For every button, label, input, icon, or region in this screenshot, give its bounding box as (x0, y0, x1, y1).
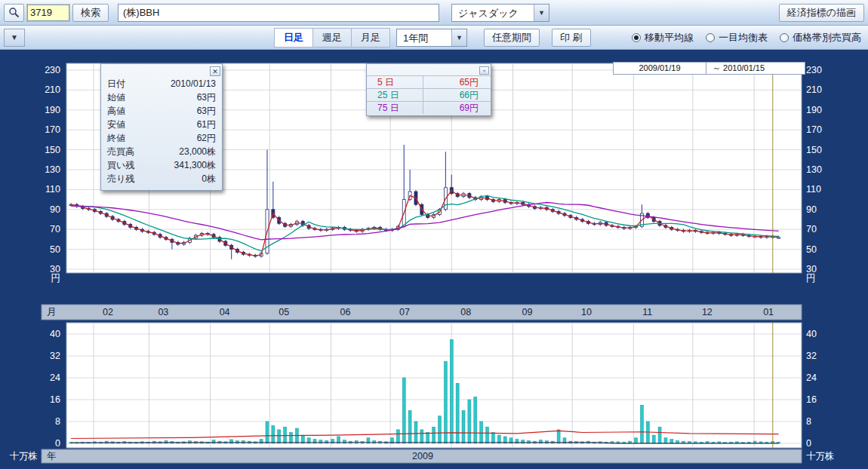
tab-weekly[interactable]: 週足 (313, 29, 352, 47)
quote-info-value: 63円 (197, 105, 216, 117)
svg-text:90: 90 (806, 204, 817, 215)
close-icon[interactable]: ✕ (210, 66, 220, 76)
quote-info-label: 安値 (107, 118, 125, 130)
date-range-from: 2009/01/19 (613, 62, 706, 75)
svg-text:09: 09 (522, 307, 533, 317)
radio-volume-by-price[interactable]: 価格帯別売買高 (780, 31, 861, 44)
quote-info-row: 終値62円 (101, 131, 222, 145)
print-button[interactable]: 印 刷 (552, 29, 591, 47)
svg-text:03: 03 (158, 307, 168, 317)
radio-dot-icon (706, 33, 715, 42)
tab-monthly[interactable]: 月足 (352, 29, 389, 47)
search-button[interactable]: 検索 (72, 4, 109, 22)
quote-info-rows: 日付2010/01/13始値63円高値63円安値61円終値62円売買高23,00… (101, 77, 222, 185)
radio-ichimoku[interactable]: 一目均衡表 (706, 31, 768, 44)
svg-text:11: 11 (642, 307, 652, 317)
svg-text:170: 170 (806, 124, 822, 135)
svg-text:01: 01 (763, 307, 774, 317)
svg-text:12: 12 (702, 307, 713, 317)
svg-text:02: 02 (103, 307, 113, 317)
svg-text:210: 210 (45, 84, 60, 95)
svg-text:10: 10 (581, 307, 592, 317)
quote-info-value: 23,000株 (179, 146, 216, 158)
svg-text:06: 06 (340, 307, 350, 317)
svg-text:8: 8 (806, 416, 811, 427)
ma-legend-row: 25 日66円 (367, 88, 491, 101)
svg-text:2009: 2009 (412, 451, 433, 461)
quote-info-value: 341,300株 (174, 159, 216, 171)
svg-text:0: 0 (55, 438, 60, 449)
radio-label: 移動平均線 (645, 31, 694, 44)
quote-info-row: 高値63円 (101, 104, 222, 118)
radio-moving-average[interactable]: 移動平均線 (632, 31, 694, 44)
search-icon-button[interactable] (4, 4, 24, 22)
ma-legend-value: 65円 (423, 76, 491, 88)
svg-text:円: 円 (51, 273, 61, 284)
period-select-value: 1年間 (397, 29, 451, 46)
svg-text:0: 0 (806, 438, 811, 449)
svg-text:70: 70 (50, 224, 60, 234)
svg-text:24: 24 (806, 372, 817, 383)
month-strip: 月020304050607080910111201 (42, 305, 802, 320)
svg-text:210: 210 (806, 84, 822, 95)
quote-info-row: 日付2010/01/13 (101, 77, 222, 90)
svg-text:50: 50 (50, 244, 60, 255)
custom-period-button[interactable]: 任意期間 (484, 29, 540, 47)
dropdown-arrow-button[interactable]: ▼ (4, 29, 25, 47)
svg-text:十万株: 十万株 (10, 451, 38, 461)
stock-code-input[interactable] (27, 5, 69, 21)
ma-legend-rows: 5 日65円25 日66円75 日69円 (367, 75, 491, 114)
period-select[interactable]: 1年間 ▼ (396, 29, 467, 47)
quote-info-label: 売買高 (107, 146, 134, 158)
minimize-icon[interactable]: ▫ (479, 66, 489, 75)
quote-info-value: 62円 (197, 132, 216, 144)
svg-text:円: 円 (806, 273, 816, 284)
svg-text:32: 32 (806, 351, 817, 361)
svg-text:16: 16 (50, 394, 60, 405)
quote-info-titlebar[interactable]: ✕ (101, 64, 222, 77)
svg-text:70: 70 (806, 224, 817, 234)
svg-text:230: 230 (806, 65, 822, 75)
quote-info-value: 63円 (197, 91, 216, 103)
quote-info-row: 買い残341,300株 (101, 158, 222, 172)
svg-text:50: 50 (806, 244, 817, 255)
ma-legend-row: 75 日69円 (367, 101, 491, 114)
quote-info-label: 始値 (107, 91, 125, 103)
stock-chart-app: 検索 ジャスダック ▼ 経済指標の描画 ▼ 日足 週足 月足 1年間 ▼ 任意期… (0, 0, 868, 466)
svg-text:8: 8 (55, 416, 60, 427)
svg-text:16: 16 (806, 394, 817, 405)
ma-legend-box[interactable]: ▫ 5 日65円25 日66円75 日69円 (366, 63, 491, 116)
toolbar-secondary: ▼ 日足 週足 月足 1年間 ▼ 任意期間 印 刷 移動平均線 一目均衡表 価格… (0, 26, 868, 50)
svg-text:32: 32 (50, 351, 60, 361)
ma-legend-period: 25 日 (367, 89, 423, 101)
ma-legend-row: 5 日65円 (367, 75, 491, 88)
market-select-value: ジャスダック (452, 5, 534, 21)
quote-info-label: 終値 (107, 132, 125, 144)
quote-info-box[interactable]: ✕ 日付2010/01/13始値63円高値63円安値61円終値62円売買高23,… (100, 63, 223, 191)
market-select-arrow-icon[interactable]: ▼ (534, 5, 549, 21)
chart-region[interactable]: 2302302102101901901701701501501301301101… (0, 50, 868, 466)
svg-text:05: 05 (279, 307, 289, 317)
ma-legend-titlebar[interactable]: ▫ (367, 64, 491, 75)
economic-indicator-button[interactable]: 経済指標の描画 (779, 4, 864, 22)
svg-text:月: 月 (47, 307, 57, 317)
quote-info-row: 売買高23,000株 (101, 145, 222, 158)
svg-text:130: 130 (806, 164, 822, 175)
svg-text:150: 150 (45, 145, 60, 155)
date-range-to: ～ 2010/01/15 (706, 62, 805, 75)
period-select-arrow-icon[interactable]: ▼ (451, 29, 466, 46)
svg-text:110: 110 (806, 184, 821, 195)
quote-info-value: 61円 (197, 118, 216, 130)
svg-text:24: 24 (50, 372, 60, 383)
date-range: 2009/01/19 ～ 2010/01/15 (613, 62, 805, 75)
svg-text:110: 110 (45, 184, 60, 195)
svg-text:190: 190 (806, 105, 822, 115)
stock-name-input[interactable] (118, 4, 439, 22)
tab-daily[interactable]: 日足 (275, 29, 313, 47)
year-strip: 年2009 (42, 449, 802, 463)
quote-info-label: 日付 (107, 78, 125, 90)
svg-text:130: 130 (45, 164, 60, 175)
market-select[interactable]: ジャスダック ▼ (451, 4, 549, 22)
quote-info-label: 買い残 (107, 159, 134, 171)
radio-dot-icon (632, 33, 641, 42)
